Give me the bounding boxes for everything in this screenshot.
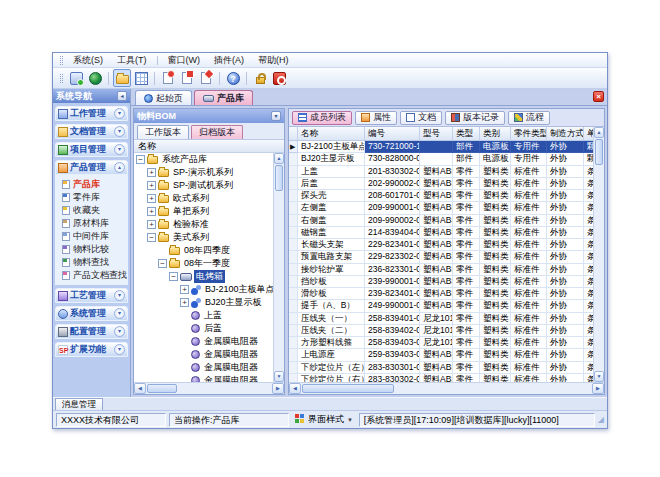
app-window-button[interactable] <box>67 69 85 87</box>
column-header-4[interactable]: 类型 <box>453 127 480 140</box>
table-row[interactable]: 压线夹（二）258-839402-00X尼龙1010零件塑料类标准件外协条 <box>289 325 593 337</box>
table-row[interactable]: 探头壳208-601701-01X塑料ABS零件塑料类标准件外协条 <box>289 190 593 202</box>
table-row[interactable]: 右侧盖209-990002-01X塑料ABS零件塑料类标准件外协条 <box>289 215 593 227</box>
menu-item-2[interactable]: 工具(T) <box>110 54 154 67</box>
scroll-track[interactable] <box>395 383 592 394</box>
sidebar-item-intermediate-library[interactable]: 中间件库 <box>55 230 128 243</box>
table-row[interactable]: 长磁头支架229-823401-00X塑料ABS零件塑料类标准件外协条 <box>289 239 593 251</box>
column-header-8[interactable]: 单位 <box>584 127 593 140</box>
tree-node-12[interactable]: +BJ20主显示板 <box>134 296 273 309</box>
tree-node-1[interactable]: −系统产品库 <box>134 153 273 166</box>
tree-node-2[interactable]: +SP-演示机系列 <box>134 166 273 179</box>
bom-grid-button[interactable] <box>132 69 150 87</box>
tab-version-1[interactable]: 工作版本 <box>137 125 189 139</box>
table-row[interactable]: 上盖201-830302-00X塑料ABS零件塑料类标准件外协条 <box>289 166 593 178</box>
chevron-up-icon[interactable]: ▴ <box>114 162 125 173</box>
scroll-down-icon[interactable]: ▼ <box>594 371 604 382</box>
tree-vertical-scrollbar[interactable]: ▲ ▼ <box>273 153 284 382</box>
tree-node-16[interactable]: 金属膜电阻器 <box>134 348 273 361</box>
tree-node-7[interactable]: −美式系列 <box>134 231 273 244</box>
table-row[interactable]: 上电源座259-839403-00X塑料ABS零件塑料类标准件外协条 <box>289 349 593 361</box>
tree-node-4[interactable]: +欧式系列 <box>134 192 273 205</box>
tree-node-17[interactable]: 金属膜电阻器 <box>134 361 273 374</box>
tab-product-library-tab[interactable]: 产品库 <box>194 90 253 105</box>
tree-node-8[interactable]: 08年四季度 <box>134 244 273 257</box>
folder-open-button[interactable] <box>113 69 131 87</box>
chevron-down-icon[interactable]: ▾ <box>114 326 125 337</box>
menu-item-1[interactable]: 系统(S) <box>66 54 110 67</box>
tree-node-6[interactable]: +检验标准 <box>134 218 273 231</box>
table-row[interactable]: BJ20主显示板730-828000-04X部件电源板专用件外协颗 <box>289 153 593 165</box>
doc-check-button[interactable] <box>178 69 196 87</box>
table-row[interactable]: ▶BJ-2100主板单点730-721000-12X部件电源板专用件外协颗 <box>289 141 593 153</box>
sidebar-item-part-library[interactable]: 零件库 <box>55 191 128 204</box>
scroll-thumb[interactable] <box>147 384 177 393</box>
chevron-down-icon[interactable]: ▾ <box>114 308 125 319</box>
expander-plus-icon[interactable]: + <box>180 298 189 307</box>
sidebar-group-document-management[interactable]: 文档管理▾ <box>55 124 128 139</box>
tab-documents[interactable]: 文档 <box>400 111 442 125</box>
tree-node-11[interactable]: +BJ-2100主板单点 <box>134 283 273 296</box>
scroll-right-icon[interactable]: ▶ <box>272 383 284 394</box>
sidebar-options-button[interactable]: ◂ <box>117 91 127 101</box>
chevron-down-icon[interactable]: ▾ <box>114 126 125 137</box>
chevron-down-icon[interactable]: ▾ <box>114 144 125 155</box>
close-tab-button[interactable]: × <box>593 91 604 102</box>
scroll-left-icon[interactable]: ◀ <box>134 383 146 394</box>
expander-plus-icon[interactable]: + <box>147 194 156 203</box>
table-row[interactable]: 压线夹（一）258-839401-00X尼龙1010零件塑料类标准件外协条 <box>289 313 593 325</box>
globe-button[interactable] <box>86 69 104 87</box>
table-row[interactable]: 下纱定位片（右）283-830302-00X塑料ABS零件塑料类标准件外协条 <box>289 374 593 382</box>
table-horizontal-scrollbar[interactable]: ◀ ▶ <box>289 382 604 394</box>
table-row[interactable]: 接纱轮护罩236-823301-00X塑料ABS零件塑料类标准件外协条 <box>289 264 593 276</box>
column-header-1[interactable]: 名称 <box>298 127 365 140</box>
exit-button[interactable] <box>270 69 288 87</box>
sidebar-group-system-management[interactable]: 系统管理▾ <box>55 306 128 321</box>
chevron-down-icon[interactable]: ▾ <box>114 344 125 355</box>
scroll-thumb[interactable] <box>275 165 283 191</box>
lock-button[interactable] <box>251 69 269 87</box>
sidebar-item-raw-material-library[interactable]: 原材料库 <box>55 217 128 230</box>
sidebar-item-material-compare[interactable]: 物料比较 <box>55 243 128 256</box>
scroll-left-icon[interactable]: ◀ <box>289 383 301 394</box>
ui-style-dropdown[interactable]: 界面样式 ▼ <box>292 413 356 426</box>
tree-node-3[interactable]: +SP-测试机系列 <box>134 179 273 192</box>
column-header-3[interactable]: 型号 <box>420 127 453 140</box>
expander-minus-icon[interactable]: − <box>147 233 156 242</box>
table-vertical-scrollbar[interactable]: ▲ ▼ <box>593 127 604 382</box>
tree-horizontal-scrollbar[interactable]: ◀ ▶ <box>134 382 284 394</box>
scroll-track[interactable] <box>178 383 272 394</box>
expander-minus-icon[interactable]: − <box>136 155 145 164</box>
table-row[interactable]: 磁钢盖214-839404-01X塑料ABS零件塑料类标准件外协条 <box>289 227 593 239</box>
expander-plus-icon[interactable]: + <box>147 207 156 216</box>
table-row[interactable]: 后盖202-990002-01X塑料ABS零件塑料类标准件外协条 <box>289 178 593 190</box>
scroll-track[interactable] <box>274 192 284 371</box>
tree-node-14[interactable]: 后盖 <box>134 322 273 335</box>
sidebar-item-favorites[interactable]: 收藏夹 <box>55 204 128 217</box>
tree-column-header[interactable]: 名称 <box>134 140 284 153</box>
sidebar-item-product-doc-search[interactable]: 产品文档查找 <box>55 269 128 282</box>
column-header-7[interactable]: 制造方式 <box>547 127 584 140</box>
table-row[interactable]: 预置电路支架229-823302-00X塑料ABS零件塑料类标准件外协条 <box>289 251 593 263</box>
column-header-6[interactable]: 零件类型 <box>511 127 547 140</box>
menu-item-3[interactable]: 窗口(W) <box>161 54 208 67</box>
scroll-thumb[interactable] <box>302 384 394 393</box>
tree-node-5[interactable]: +单把系列 <box>134 205 273 218</box>
scroll-thumb[interactable] <box>595 139 603 165</box>
tab-member-list[interactable]: 成员列表 <box>292 111 352 125</box>
column-header-5[interactable]: 类别 <box>480 127 511 140</box>
scroll-track[interactable] <box>594 166 604 371</box>
tab-version-2[interactable]: 归档版本 <box>191 125 243 139</box>
chevron-down-icon[interactable]: ▾ <box>114 108 125 119</box>
sidebar-group-sp-extension[interactable]: SP扩展功能▾ <box>55 342 128 357</box>
doc-add-button[interactable] <box>159 69 177 87</box>
chevron-down-icon[interactable]: ▾ <box>114 290 125 301</box>
table-row[interactable]: 提手（A、B）249-990001-01X塑料ABS零件塑料类标准件外协条 <box>289 300 593 312</box>
tree-node-18[interactable]: 金属膜电阻器 <box>134 374 273 382</box>
sidebar-item-product-library[interactable]: 产品库 <box>55 178 128 191</box>
menu-item-4[interactable]: 插件(A) <box>207 54 251 67</box>
message-tab[interactable]: 消息管理 <box>55 398 103 410</box>
tree-node-15[interactable]: 金属膜电阻器 <box>134 335 273 348</box>
table-row[interactable]: 下纱定位片（左）283-830301-00X塑料ABS零件塑料类标准件外协条 <box>289 362 593 374</box>
table-row[interactable]: 滑纱板239-823401-00X塑料ABS零件塑料类标准件外协条 <box>289 288 593 300</box>
